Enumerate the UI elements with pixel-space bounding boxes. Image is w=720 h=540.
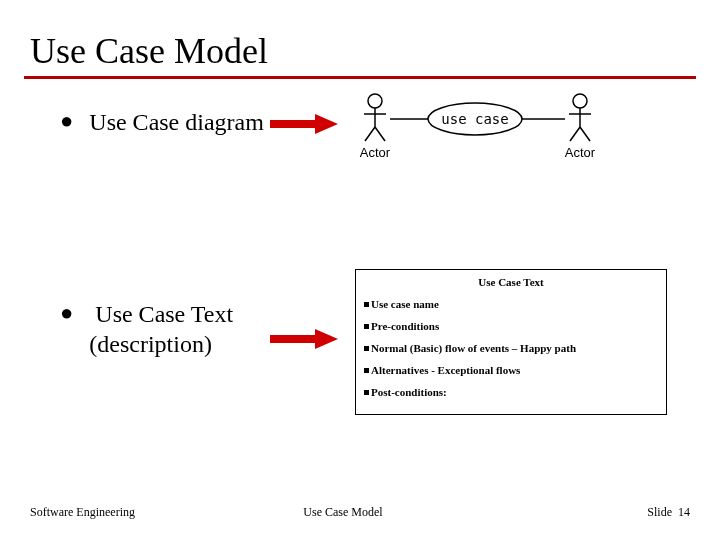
actor-right-label: Actor	[565, 145, 596, 160]
textbox-item: Normal (Basic) flow of events – Happy pa…	[364, 342, 658, 354]
content-area: ● Use Case diagram Actor use case Actor …	[0, 79, 720, 479]
bullet-row-2: ● Use Case Text (description)	[60, 299, 233, 359]
use-case-text-box: Use Case Text Use case name Pre-conditio…	[355, 269, 667, 415]
bullet-text-2: Use Case Text (description)	[89, 299, 233, 359]
square-bullet-icon	[364, 346, 369, 351]
bullet-row-1: ● Use Case diagram	[60, 107, 264, 137]
svg-marker-1	[315, 114, 338, 134]
bullet-icon: ●	[60, 299, 73, 327]
usecase-label: use case	[441, 111, 508, 127]
svg-line-14	[580, 127, 590, 141]
svg-line-5	[365, 127, 375, 141]
textbox-item: Use case name	[364, 298, 658, 310]
footer-center: Use Case Model	[223, 505, 496, 520]
square-bullet-icon	[364, 368, 369, 373]
svg-line-13	[570, 127, 580, 141]
footer-right: Slide 14	[497, 505, 690, 520]
svg-rect-15	[270, 335, 315, 343]
svg-point-2	[368, 94, 382, 108]
square-bullet-icon	[364, 390, 369, 395]
slide-title: Use Case Model	[0, 0, 720, 76]
actor-left-label: Actor	[360, 145, 391, 160]
svg-marker-16	[315, 329, 338, 349]
svg-rect-0	[270, 120, 315, 128]
svg-line-6	[375, 127, 385, 141]
textbox-item: Post-conditions:	[364, 386, 658, 398]
arrow-icon	[270, 114, 340, 134]
use-case-diagram: Actor use case Actor	[350, 89, 610, 169]
bullet-icon: ●	[60, 107, 73, 135]
svg-point-10	[573, 94, 587, 108]
arrow-icon	[270, 329, 340, 349]
bullet-text-1: Use Case diagram	[89, 107, 264, 137]
textbox-item: Alternatives - Exceptional flows	[364, 364, 658, 376]
footer: Software Engineering Use Case Model Slid…	[0, 505, 720, 520]
textbox-title: Use Case Text	[364, 276, 658, 288]
textbox-item: Pre-conditions	[364, 320, 658, 332]
square-bullet-icon	[364, 302, 369, 307]
footer-left: Software Engineering	[30, 505, 223, 520]
square-bullet-icon	[364, 324, 369, 329]
